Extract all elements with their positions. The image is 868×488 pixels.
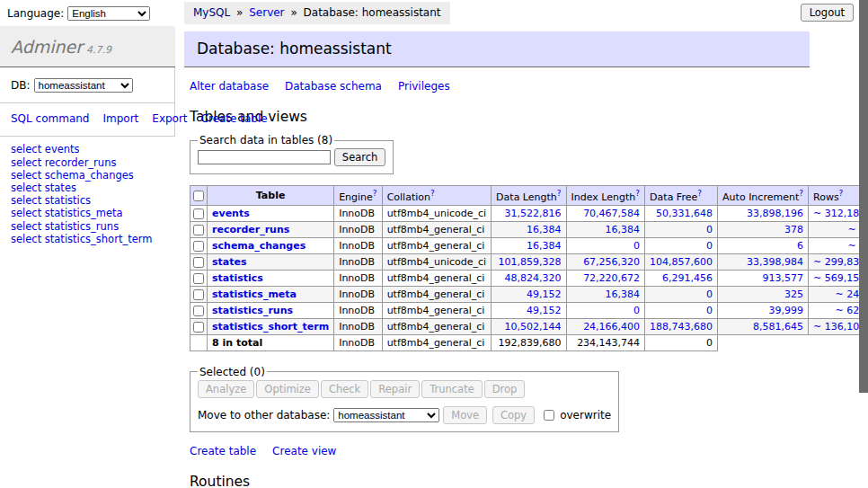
sidebar-action-link[interactable]: Create table (201, 112, 268, 125)
language-select[interactable]: English (67, 6, 150, 21)
selected-action-button[interactable]: Optimize (256, 380, 319, 398)
selected-action-button[interactable]: Truncate (421, 380, 483, 398)
index-length-link[interactable]: 16,384 (571, 288, 641, 300)
index-length-link[interactable]: 70,467,584 (571, 208, 641, 219)
selected-action-button[interactable]: Check (321, 380, 368, 398)
sidebar-table-link[interactable]: select statistics_meta (11, 207, 123, 219)
data-free-link[interactable]: 50,331,648 (650, 208, 713, 219)
rows-count-link[interactable]: ~ 299,833 (813, 256, 865, 268)
sidebar-table-link[interactable]: select statistics_runs (11, 220, 119, 233)
index-length-link[interactable]: 0 (571, 240, 641, 252)
copy-button[interactable]: Copy (492, 406, 535, 424)
help-link[interactable]: ? (697, 189, 702, 198)
row-checkbox[interactable] (193, 225, 204, 235)
rows-count-link[interactable]: ~ 312,180 (813, 208, 865, 219)
rows-count-link[interactable]: ~ 136,108 (813, 321, 865, 333)
sidebar-table-link[interactable]: select statistics (11, 194, 91, 207)
rows-count-link[interactable]: ~ 244 (813, 288, 865, 300)
row-checkbox[interactable] (193, 241, 204, 252)
selected-action-button[interactable]: Repair (370, 380, 420, 398)
row-checkbox[interactable] (193, 257, 204, 268)
select-all-checkbox[interactable] (193, 191, 204, 201)
breadcrumb-link-server[interactable]: Server (249, 6, 284, 19)
sidebar-table-link[interactable]: select schema_changes (11, 169, 134, 182)
data-free-link[interactable]: 104,857,600 (650, 256, 713, 268)
table-name-link[interactable]: events (212, 208, 250, 219)
index-length-link[interactable]: 67,256,320 (571, 256, 641, 268)
data-free-link[interactable]: 6,291,456 (650, 272, 713, 284)
help-link[interactable]: ? (373, 189, 377, 198)
selected-action-button[interactable]: Drop (484, 380, 526, 398)
sidebar-action-link[interactable]: Export (152, 112, 187, 125)
auto-increment-link[interactable]: 33,898,196 (722, 208, 803, 219)
data-free-link[interactable]: 0 (650, 305, 713, 316)
sidebar-table-link[interactable]: select states (11, 182, 76, 194)
data-length-link[interactable]: 48,824,320 (496, 272, 561, 284)
sidebar-action-link[interactable]: SQL command (11, 112, 89, 125)
overwrite-checkbox[interactable] (544, 410, 554, 421)
data-length-link[interactable]: 31,522,816 (496, 208, 561, 219)
row-checkbox[interactable] (193, 322, 204, 333)
table-name-link[interactable]: statistics (212, 272, 263, 284)
logout-button[interactable]: Logout (801, 4, 854, 22)
row-checkbox[interactable] (193, 209, 204, 219)
sidebar-table-link[interactable]: select events (11, 143, 80, 155)
help-link[interactable]: ? (799, 189, 803, 198)
table-name-link[interactable]: statistics_runs (212, 305, 293, 316)
create-link[interactable]: Create table (190, 445, 256, 457)
move-database-select[interactable]: homeassistant (333, 408, 439, 422)
index-length-link[interactable]: 16,384 (571, 224, 641, 235)
move-button[interactable]: Move (443, 406, 487, 424)
scrollbar[interactable] (859, 0, 868, 393)
index-length-link[interactable]: 0 (571, 305, 641, 316)
table-name-link[interactable]: statistics_short_term (212, 321, 329, 333)
row-checkbox[interactable] (193, 306, 204, 316)
data-free-link[interactable]: 0 (650, 240, 713, 252)
data-length-link[interactable]: 10,502,144 (496, 321, 561, 333)
help-link[interactable]: ? (839, 189, 844, 198)
data-length-link[interactable]: 16,384 (496, 224, 561, 235)
rows-count-link[interactable]: ~ 5 (813, 224, 865, 235)
sidebar-table-link[interactable]: select recorder_runs (11, 156, 116, 169)
table-name-link[interactable]: states (212, 256, 247, 268)
database-action-link[interactable]: Database schema (285, 80, 382, 93)
database-action-link[interactable]: Alter database (190, 80, 269, 93)
data-length-link[interactable]: 16,384 (496, 240, 561, 252)
table-name-link[interactable]: recorder_runs (212, 224, 289, 235)
auto-increment-link[interactable]: 913,577 (722, 272, 803, 284)
auto-increment-link[interactable]: 325 (722, 288, 803, 300)
table-name-link[interactable]: schema_changes (212, 240, 306, 252)
rows-count-link[interactable]: ~ 628 (813, 305, 865, 316)
auto-increment-link[interactable]: 8,581,645 (722, 321, 803, 333)
row-checkbox[interactable] (193, 273, 204, 284)
data-free-link[interactable]: 0 (650, 288, 713, 300)
sidebar-action-link[interactable]: Import (102, 112, 138, 125)
help-link[interactable]: ? (557, 189, 562, 198)
data-free-link[interactable]: 0 (650, 224, 713, 235)
index-length-link[interactable]: 24,166,400 (571, 321, 641, 333)
data-length-link[interactable]: 101,859,328 (496, 256, 561, 268)
database-action-link[interactable]: Privileges (398, 80, 450, 93)
row-checkbox[interactable] (193, 289, 204, 300)
search-input[interactable] (198, 150, 331, 164)
data-length-link[interactable]: 49,152 (496, 288, 561, 300)
data-length-link[interactable]: 49,152 (496, 305, 561, 316)
table-name-link[interactable]: statistics_meta (212, 288, 297, 300)
create-link[interactable]: Create view (272, 445, 336, 457)
selected-action-button[interactable]: Analyze (198, 380, 254, 398)
data-free-link[interactable]: 188,743,680 (650, 321, 713, 333)
rows-count-link[interactable]: ~ 569,159 (813, 272, 865, 284)
breadcrumb-link-mysql[interactable]: MySQL (193, 6, 230, 19)
auto-increment-link[interactable]: 6 (722, 240, 803, 252)
auto-increment-link[interactable]: 378 (722, 224, 803, 235)
db-select[interactable]: homeassistant (34, 78, 133, 93)
rows-count-link[interactable]: ~ 3 (813, 240, 865, 252)
help-link[interactable]: ? (635, 189, 640, 198)
help-link[interactable]: ? (430, 189, 435, 198)
search-button[interactable]: Search (334, 148, 386, 166)
sidebar-table-link[interactable]: select statistics_short_term (11, 233, 152, 245)
overwrite-label[interactable]: overwrite (560, 409, 611, 421)
auto-increment-link[interactable]: 39,999 (722, 305, 803, 316)
index-length-link[interactable]: 72,220,672 (571, 272, 641, 284)
auto-increment-link[interactable]: 33,398,984 (722, 256, 803, 268)
